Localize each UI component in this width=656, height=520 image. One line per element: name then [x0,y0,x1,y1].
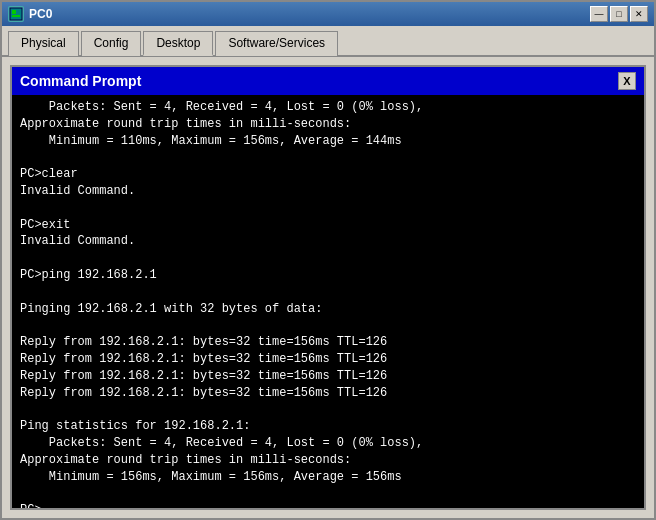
minimize-button[interactable]: — [590,6,608,22]
maximize-button[interactable]: □ [610,6,628,22]
cmd-close-button[interactable]: X [618,72,636,90]
title-bar-left: PC0 [8,6,52,22]
tab-physical[interactable]: Physical [8,31,79,56]
cmd-title-bar: Command Prompt X [12,67,644,95]
tab-bar: Physical Config Desktop Software/Service… [2,26,654,57]
title-bar: PC0 — □ ✕ [2,2,654,26]
terminal-output[interactable]: Packets: Sent = 4, Received = 4, Lost = … [12,95,644,508]
tab-software[interactable]: Software/Services [215,31,338,56]
tab-desktop[interactable]: Desktop [143,31,213,56]
svg-rect-1 [12,10,16,14]
cmd-title: Command Prompt [20,73,141,89]
cmd-window: Command Prompt X Packets: Sent = 4, Rece… [10,65,646,510]
window-icon [8,6,24,22]
tab-config[interactable]: Config [81,31,142,56]
main-content: Command Prompt X Packets: Sent = 4, Rece… [2,57,654,518]
title-controls: — □ ✕ [590,6,648,22]
svg-rect-2 [12,15,20,17]
main-window: PC0 — □ ✕ Physical Config Desktop Softwa… [0,0,656,520]
close-button[interactable]: ✕ [630,6,648,22]
window-title: PC0 [29,7,52,21]
